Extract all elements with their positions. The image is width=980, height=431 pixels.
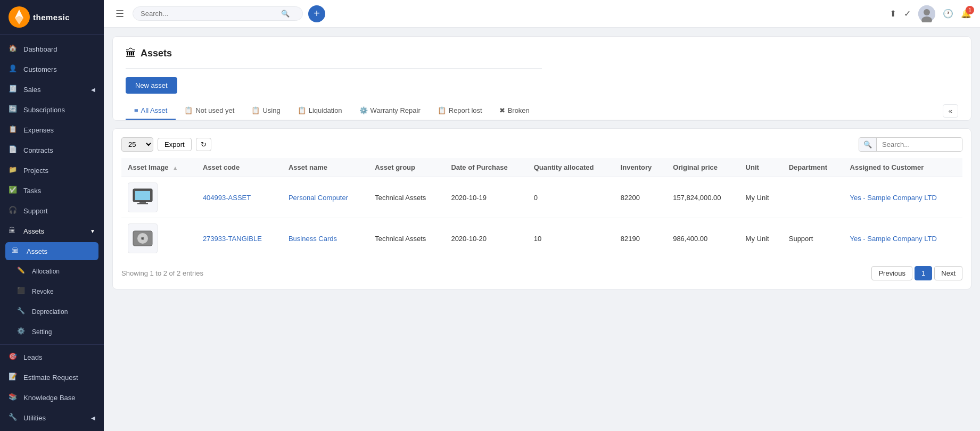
hamburger-icon[interactable]: ☰: [112, 5, 127, 23]
sidebar-item-subscriptions[interactable]: 🔄 Subscriptions: [0, 100, 104, 120]
avatar[interactable]: [918, 5, 935, 22]
expenses-icon: 📋: [9, 125, 18, 135]
col-asset-name: Asset name: [282, 158, 368, 177]
disc-icon: [131, 227, 154, 250]
cell-date-1: 2020-10-19: [444, 177, 527, 218]
tab-broken[interactable]: ✖ Broken: [491, 102, 538, 120]
tab-warranty-repair[interactable]: ⚙️ Warranty Repair: [351, 102, 429, 120]
sidebar-subitem-assets[interactable]: 🏛 Assets: [5, 242, 98, 260]
sidebar-item-sales[interactable]: 🧾 Sales ◀: [0, 79, 104, 100]
sidebar-item-label: Knowledge Base: [23, 394, 76, 402]
main-content: ☰ 🔍 + ⬆ ✓ 🕐 🔔 1: [104, 0, 980, 431]
search-box: 🔍: [133, 6, 303, 21]
share-icon[interactable]: ⬆: [890, 9, 896, 19]
table-search-box: 🔍: [859, 137, 962, 152]
page-title: Assets: [141, 48, 172, 59]
sidebar-item-knowledge-base[interactable]: 📚 Knowledge Base: [0, 387, 104, 408]
sidebar-item-label: Sales: [23, 86, 41, 94]
table-card: 25 50 100 Export ↻ 🔍 Asset Image ▲: [112, 128, 971, 289]
assigned-link-1[interactable]: Yes - Sample Company LTD: [850, 194, 937, 202]
sidebar-item-support[interactable]: 🎧 Support: [0, 201, 104, 221]
col-asset-group: Asset group: [368, 158, 444, 177]
collapse-button[interactable]: «: [943, 104, 958, 118]
sidebar-item-tasks[interactable]: ✅ Tasks: [0, 180, 104, 201]
tabs-bar: ≡ All Asset 📋 Not used yet 📋 Using 📋 Liq…: [126, 102, 958, 120]
next-button[interactable]: Next: [934, 266, 962, 280]
assigned-link-2[interactable]: Yes - Sample Company LTD: [850, 235, 937, 243]
sidebar: themesic 🏠 Dashboard 👤 Customers 🧾 Sales…: [0, 0, 104, 431]
sidebar-item-assets[interactable]: 🏛 Assets ▼: [0, 221, 104, 241]
utilities-arrow-icon: ◀: [91, 415, 95, 421]
sidebar-subitem-revoke[interactable]: ⬛ Revoke: [0, 281, 104, 302]
export-button[interactable]: Export: [158, 138, 192, 151]
sort-icon[interactable]: ▲: [172, 165, 178, 171]
asset-image-1: [128, 183, 158, 212]
asset-name-link-2[interactable]: Business Cards: [289, 235, 337, 243]
sidebar-item-label: Estimate Request: [23, 374, 78, 382]
cell-asset-name-2: Business Cards: [282, 218, 368, 259]
previous-button[interactable]: Previous: [871, 266, 912, 280]
sidebar-subitem-setting[interactable]: ⚙️ Setting: [0, 322, 104, 342]
tab-report-lost-icon: 📋: [438, 106, 446, 114]
cell-image-1: [121, 177, 196, 218]
avatar-image: [918, 5, 935, 22]
depreciation-icon: 🔧: [17, 307, 27, 317]
sidebar-item-estimate-request[interactable]: 📝 Estimate Request: [0, 367, 104, 387]
sidebar-item-expenses[interactable]: 📋 Expenses: [0, 120, 104, 140]
table-search-input[interactable]: [877, 138, 962, 151]
cell-unit-1: My Unit: [739, 177, 783, 218]
search-input[interactable]: [141, 10, 279, 18]
tab-all-asset[interactable]: ≡ All Asset: [126, 102, 176, 120]
page-title-icon: 🏛: [126, 47, 136, 60]
assets-icon: 🏛: [9, 226, 18, 236]
setting-icon: ⚙️: [17, 327, 27, 337]
tasks-icon: ✅: [9, 186, 18, 195]
col-original-price: Original price: [666, 158, 739, 177]
sidebar-item-dashboard[interactable]: 🏠 Dashboard: [0, 39, 104, 59]
sidebar-item-projects[interactable]: 📁 Projects: [0, 160, 104, 180]
sidebar-item-customers[interactable]: 👤 Customers: [0, 59, 104, 79]
cell-inventory-2: 82190: [614, 218, 666, 259]
new-asset-button[interactable]: New asset: [126, 77, 177, 94]
svg-rect-8: [139, 202, 146, 203]
estimate-icon: 📝: [9, 372, 18, 382]
sidebar-subitem-allocation[interactable]: ✏️ Allocation: [0, 261, 104, 281]
projects-icon: 📁: [9, 165, 18, 175]
tab-warranty-icon: ⚙️: [359, 106, 368, 114]
refresh-button[interactable]: ↻: [196, 138, 211, 151]
cell-original-price-1: 157,824,000.00: [666, 177, 739, 218]
cell-unit-2: My Unit: [739, 218, 783, 259]
page-1-button[interactable]: 1: [915, 266, 932, 280]
per-page-select[interactable]: 25 50 100: [121, 137, 153, 152]
table-header-row: Asset Image ▲ Asset code Asset name Asse…: [121, 158, 962, 177]
logo-text: themesic: [33, 13, 70, 22]
tab-liquidation[interactable]: 📋 Liquidation: [289, 102, 351, 120]
contracts-icon: 📄: [9, 145, 18, 155]
cell-asset-code-2: 273933-TANGIBLE: [196, 218, 282, 259]
tab-report-lost-label: Report lost: [449, 106, 482, 114]
svg-rect-7: [135, 191, 150, 200]
tab-using-icon: 📋: [251, 106, 260, 114]
utilities-icon: 🔧: [9, 413, 18, 422]
table-row: 273933-TANGIBLE Business Cards Technical…: [121, 218, 962, 259]
checkmark-icon[interactable]: ✓: [904, 9, 911, 19]
tab-not-used-yet-label: Not used yet: [195, 106, 234, 114]
add-button[interactable]: +: [308, 5, 325, 22]
asset-name-link-1[interactable]: Personal Computer: [289, 194, 348, 202]
tab-not-used-yet[interactable]: 📋 Not used yet: [176, 102, 243, 120]
sidebar-subitem-depreciation[interactable]: 🔧 Depreciation: [0, 302, 104, 322]
sidebar-item-contracts[interactable]: 📄 Contracts: [0, 140, 104, 160]
sidebar-item-label: Leads: [23, 353, 42, 361]
tab-report-lost[interactable]: 📋 Report lost: [429, 102, 491, 120]
tab-liquidation-label: Liquidation: [309, 106, 342, 114]
tab-using[interactable]: 📋 Using: [243, 102, 289, 120]
sidebar-item-utilities[interactable]: 🔧 Utilities ◀: [0, 408, 104, 428]
notification-icon[interactable]: 🔔 1: [961, 9, 971, 19]
sidebar-item-label: Dashboard: [23, 45, 57, 53]
search-icon[interactable]: 🔍: [281, 10, 290, 18]
clock-icon[interactable]: 🕐: [943, 9, 953, 19]
sidebar-item-leads[interactable]: 🎯 Leads: [0, 347, 104, 367]
topbar: ☰ 🔍 + ⬆ ✓ 🕐 🔔 1: [104, 0, 980, 28]
asset-code-link-2[interactable]: 273933-TANGIBLE: [203, 235, 262, 243]
asset-code-link-1[interactable]: 404993-ASSET: [203, 194, 251, 202]
